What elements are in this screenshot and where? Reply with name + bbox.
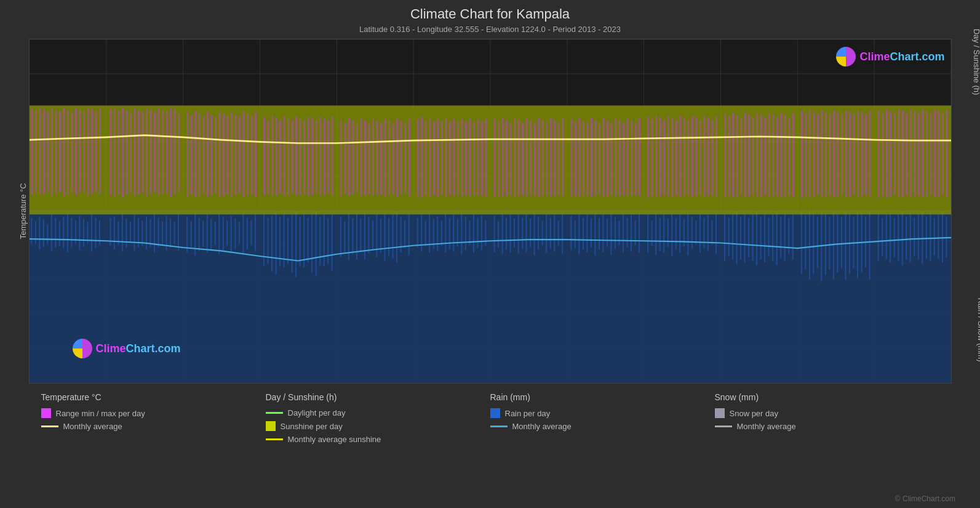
svg-rect-32: [55, 218, 56, 248]
svg-rect-94: [319, 217, 321, 265]
svg-rect-414: [760, 115, 762, 196]
svg-rect-324: [376, 121, 378, 195]
svg-rect-367: [557, 123, 559, 195]
svg-rect-66: [202, 220, 204, 247]
svg-rect-312: [323, 119, 325, 195]
legend-item-monthly-avg-snow: Monthly average: [715, 422, 939, 431]
svg-rect-202: [780, 217, 781, 259]
svg-rect-261: [110, 110, 111, 196]
svg-rect-377: [602, 118, 604, 197]
svg-rect-393: [671, 118, 673, 197]
svg-rect-244: [34, 111, 36, 193]
legend-item-snow-per-day: Snow per day: [715, 408, 939, 418]
legend-group-snow: Snow (mm) Snow per day Monthly average: [715, 392, 939, 444]
logo-top-right: ClimeChart.com: [836, 47, 944, 67]
svg-rect-216: [840, 217, 842, 268]
svg-rect-267: [133, 108, 135, 196]
svg-rect-78: [250, 220, 252, 245]
svg-rect-450: [914, 111, 915, 197]
svg-rect-434: [845, 110, 847, 198]
svg-rect-28: [39, 217, 40, 250]
svg-rect-251: [63, 108, 65, 196]
svg-rect-266: [129, 112, 131, 193]
svg-rect-420: [784, 115, 786, 196]
svg-rect-439: [864, 114, 866, 195]
svg-rect-105: [368, 217, 369, 254]
svg-rect-260: [98, 108, 100, 195]
svg-rect-449: [909, 110, 911, 198]
svg-rect-348: [477, 119, 479, 196]
svg-rect-132: [480, 216, 482, 251]
svg-rect-368: [562, 118, 564, 196]
svg-rect-33: [58, 221, 60, 246]
svg-rect-239: [938, 214, 939, 259]
svg-rect-425: [808, 110, 810, 198]
svg-rect-424: [805, 113, 807, 196]
svg-rect-166: [626, 218, 627, 248]
legend-line-monthly-avg-sunshine: [266, 438, 283, 440]
svg-rect-428: [821, 110, 823, 198]
svg-rect-287: [218, 112, 220, 196]
svg-rect-255: [79, 110, 81, 193]
svg-rect-203: [784, 213, 785, 260]
svg-rect-71: [222, 217, 223, 251]
svg-rect-258: [90, 110, 92, 194]
svg-rect-169: [638, 213, 639, 252]
svg-rect-192: [739, 217, 741, 260]
svg-rect-285: [210, 115, 212, 195]
svg-rect-392: [667, 116, 669, 196]
svg-rect-308: [307, 117, 309, 196]
svg-rect-416: [768, 113, 770, 197]
svg-rect-281: [194, 111, 196, 197]
y-axis-right-top-label: Day / Sunshine (h): [972, 29, 980, 95]
svg-rect-415: [764, 118, 766, 196]
svg-rect-55: [153, 212, 154, 252]
svg-rect-198: [764, 213, 765, 262]
svg-rect-435: [848, 112, 850, 196]
svg-rect-68: [210, 219, 212, 249]
svg-rect-177: [675, 218, 676, 250]
svg-rect-79: [254, 214, 255, 251]
svg-rect-383: [626, 118, 628, 196]
svg-rect-143: [530, 219, 531, 247]
legend-title-rain: Rain (mm): [490, 392, 715, 402]
svg-rect-156: [586, 214, 588, 252]
svg-rect-72: [226, 220, 228, 246]
svg-rect-162: [610, 213, 612, 255]
svg-rect-92: [311, 214, 313, 272]
svg-rect-361: [533, 123, 535, 195]
svg-rect-191: [736, 211, 737, 264]
svg-rect-436: [853, 114, 855, 195]
svg-rect-302: [283, 116, 285, 195]
svg-rect-56: [157, 218, 159, 248]
svg-rect-404: [715, 116, 717, 196]
svg-rect-246: [42, 110, 44, 194]
svg-rect-427: [816, 114, 818, 195]
svg-rect-141: [522, 218, 523, 249]
svg-rect-57: [161, 221, 162, 246]
svg-rect-124: [448, 218, 450, 250]
svg-rect-373: [586, 123, 588, 195]
svg-rect-357: [517, 120, 519, 196]
svg-rect-225: [882, 218, 883, 256]
svg-rect-217: [845, 210, 846, 280]
svg-rect-47: [121, 213, 122, 251]
legend-area: Temperature °C Range min / max per day M…: [29, 392, 952, 444]
svg-rect-109: [384, 213, 385, 260]
chart-subtitle: Latitude 0.316 - Longitude 32.555 - Elev…: [359, 25, 621, 34]
svg-rect-134: [493, 216, 495, 252]
svg-rect-115: [408, 214, 409, 256]
svg-rect-149: [554, 215, 555, 251]
svg-rect-155: [582, 218, 583, 250]
svg-rect-157: [590, 219, 591, 248]
svg-rect-446: [898, 110, 899, 198]
svg-rect-432: [837, 112, 839, 196]
svg-rect-150: [557, 220, 559, 246]
svg-rect-448: [906, 113, 907, 195]
svg-rect-304: [291, 121, 293, 193]
svg-rect-140: [517, 214, 519, 253]
svg-rect-366: [554, 120, 556, 196]
svg-rect-185: [707, 215, 708, 251]
svg-rect-388: [651, 119, 653, 196]
svg-rect-408: [736, 115, 738, 196]
